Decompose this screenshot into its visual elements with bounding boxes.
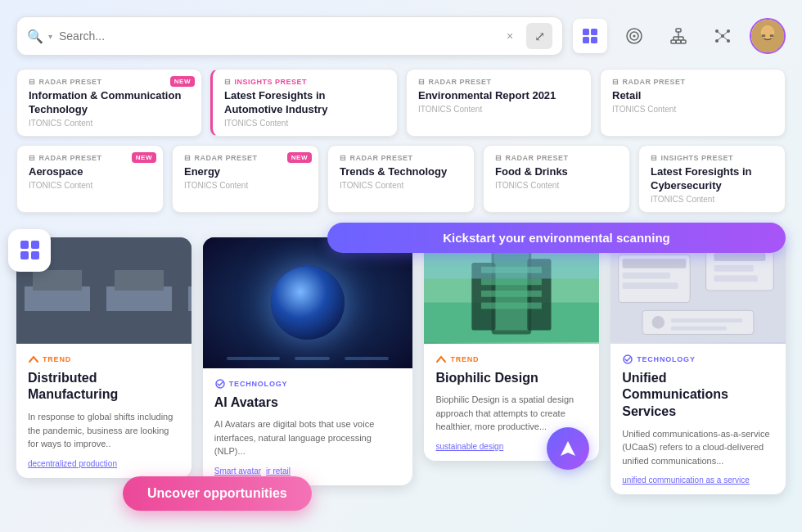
card-tags-distributed: decentralized production (28, 459, 180, 468)
new-badge: NEW (170, 76, 195, 87)
preset-card-automotive[interactable]: ⊟ INSIGHTS PRESET Latest Foresights in A… (210, 69, 398, 137)
svg-rect-1 (591, 29, 597, 35)
svg-rect-55 (623, 259, 687, 268)
network-view-button[interactable] (705, 19, 740, 53)
svg-rect-57 (623, 282, 678, 289)
content-cards-area: Kickstart your environmental scanning TR… (16, 237, 786, 495)
svg-rect-61 (714, 275, 758, 282)
svg-point-6 (633, 35, 636, 38)
tag-ucaas[interactable]: unified communication as a service (622, 476, 750, 485)
card-category-biophilic: TREND (435, 354, 588, 365)
radar-icon-small: ⊟ (418, 78, 426, 86)
radar-icon-small: ⊟ (184, 154, 191, 162)
card-image-biophilic (424, 237, 599, 344)
preset-subtitle: ITONICS Content (224, 119, 385, 128)
preset-subtitle: ITONICS Content (418, 105, 579, 114)
svg-line-21 (717, 31, 723, 36)
card-unified-comms[interactable]: TECHNOLOGY Unified Communications Servic… (611, 237, 786, 495)
card-category-unified: TECHNOLOGY (622, 354, 774, 365)
preset-card-food[interactable]: ⊟ RADAR PRESET Food & Drinks ITONICS Con… (483, 145, 630, 213)
preset-card-aerospace[interactable]: ⊟ RADAR PRESET NEW Aerospace ITONICS Con… (16, 145, 164, 213)
card-category-ai: TECHNOLOGY (214, 378, 402, 390)
svg-rect-35 (119, 282, 147, 314)
search-input[interactable] (59, 29, 493, 43)
preset-row-1: ⊟ RADAR PRESET NEW Information & Communi… (16, 69, 786, 137)
svg-rect-34 (72, 270, 112, 313)
preset-type-label: ⊟ RADAR PRESET (340, 154, 462, 162)
svg-rect-33 (32, 278, 64, 314)
tag-sustainable[interactable]: sustainable design (435, 442, 503, 451)
preset-title: Latest Foresights in Cybersecurity (651, 165, 773, 193)
card-body-ai: TECHNOLOGY AI Avatars AI Avatars are dig… (203, 368, 413, 485)
preset-card-cybersecurity[interactable]: ⊟ INSIGHTS PRESET Latest Foresights in C… (638, 145, 786, 213)
svg-line-24 (723, 36, 728, 41)
preset-subtitle: ITONICS Content (184, 181, 307, 190)
svg-line-22 (723, 31, 728, 36)
preset-title: Trends & Technology (340, 165, 462, 179)
grid-view-button[interactable] (573, 19, 607, 53)
card-tags-unified: unified communication as a service (622, 476, 774, 485)
preset-card-energy[interactable]: ⊟ RADAR PRESET NEW Energy ITONICS Conten… (172, 145, 319, 213)
preset-card-environmental[interactable]: ⊟ RADAR PRESET Environmental Report 2021… (406, 69, 592, 137)
preset-subtitle: ITONICS Content (340, 181, 462, 190)
preset-title: Information & Communication Technology (29, 89, 190, 117)
card-title-ai: AI Avatars (214, 394, 402, 412)
radar-icon-small: ⊟ (340, 154, 347, 162)
card-distributed-manufacturing[interactable]: TREND Distributed Manufacturing In respo… (16, 237, 191, 478)
uncover-opportunities-button[interactable]: Uncover opportunities (123, 476, 312, 511)
tag-decentralized[interactable]: decentralized production (28, 459, 117, 468)
svg-point-63 (652, 316, 665, 329)
radar-view-button[interactable] (617, 19, 651, 53)
preset-subtitle: ITONICS Content (651, 195, 773, 204)
grid-icon-button[interactable] (8, 229, 51, 272)
avatar-image (751, 20, 784, 52)
card-image-unified (611, 237, 786, 344)
insights-icon-small: ⊟ (224, 78, 232, 86)
radar-icon-small: ⊟ (495, 154, 502, 162)
radar-icon-small: ⊟ (29, 154, 36, 162)
clear-search-button[interactable]: × (500, 26, 520, 46)
card-ai-avatars[interactable]: TECHNOLOGY AI Avatars AI Avatars are dig… (203, 237, 413, 485)
preset-row-2: ⊟ RADAR PRESET NEW Aerospace ITONICS Con… (16, 145, 786, 213)
svg-rect-9 (676, 40, 681, 43)
svg-rect-38 (80, 255, 88, 274)
preset-title: Energy (184, 165, 307, 179)
search-actions: × ⤢ (500, 23, 552, 49)
toolbar-icons (573, 18, 786, 54)
new-badge: NEW (132, 152, 156, 163)
svg-line-23 (717, 36, 723, 41)
preset-card-retail[interactable]: ⊟ RADAR PRESET Retail ITONICS Content (600, 69, 786, 137)
navigation-icon-button[interactable] (547, 427, 589, 470)
preset-subtitle: ITONICS Content (29, 181, 151, 190)
svg-rect-51 (481, 302, 542, 309)
radar-icon-small: ⊟ (29, 78, 36, 86)
card-image-ai (203, 237, 413, 368)
svg-rect-8 (671, 40, 676, 43)
preset-title: Food & Drinks (495, 165, 618, 179)
preset-subtitle: ITONICS Content (495, 181, 618, 190)
card-body-unified: TECHNOLOGY Unified Communications Servic… (611, 344, 786, 495)
search-dropdown-icon: ▾ (48, 32, 52, 41)
svg-rect-3 (591, 37, 597, 43)
svg-rect-29 (762, 34, 766, 37)
tag-smart-avatar[interactable]: Smart avatar (214, 467, 261, 476)
preset-type-label: ⊟ INSIGHTS PRESET (651, 154, 773, 162)
search-icon: 🔍 ▾ (27, 29, 52, 44)
expand-search-button[interactable]: ⤢ (526, 23, 552, 49)
hierarchy-view-button[interactable] (661, 19, 696, 53)
preset-card-trends-tech[interactable]: ⊟ RADAR PRESET Trends & Technology ITONI… (327, 145, 475, 213)
svg-rect-36 (151, 291, 175, 314)
preset-title: Aerospace (29, 165, 151, 179)
main-container: 🔍 ▾ × ⤢ (0, 0, 802, 532)
user-avatar-button[interactable] (750, 18, 786, 54)
tag-ir-retail[interactable]: ir retail (266, 467, 291, 476)
preset-type-label: ⊟ RADAR PRESET (612, 78, 773, 86)
preset-card-ict[interactable]: ⊟ RADAR PRESET NEW Information & Communi… (16, 69, 202, 137)
preset-title: Retail (612, 89, 773, 103)
svg-rect-59 (714, 253, 766, 261)
preset-type-label: ⊟ INSIGHTS PRESET (224, 78, 385, 86)
preset-rows: ⊟ RADAR PRESET NEW Information & Communi… (16, 69, 786, 213)
card-desc-unified: Unified communications-as-a-service (UCa… (622, 427, 774, 468)
card-title-biophilic: Biophilic Design (435, 370, 588, 387)
svg-rect-60 (714, 264, 755, 271)
